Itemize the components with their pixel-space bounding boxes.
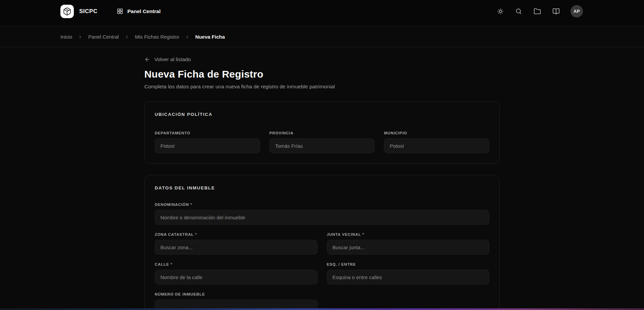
grid-icon xyxy=(117,8,123,14)
label-zona-catastral: ZONA CATASTRAL * xyxy=(155,232,317,236)
navbar-actions: AP xyxy=(496,5,583,17)
field-esq-entre: ESQ. / ENTRE xyxy=(327,262,490,284)
breadcrumb-mis-fichas-registro[interactable]: Mis Fichas Registro xyxy=(135,34,179,40)
nav-panel-central-label: Panel Central xyxy=(127,8,160,14)
back-to-list-link[interactable]: Volver al listado xyxy=(144,56,191,62)
field-provincia: PROVINCIA xyxy=(269,131,375,153)
esq-entre-input[interactable] xyxy=(327,270,490,284)
top-navbar: SICPC Panel Central xyxy=(0,0,644,26)
docs-button[interactable] xyxy=(552,7,560,16)
field-zona-catastral: ZONA CATASTRAL * xyxy=(155,232,317,255)
label-municipio: MUNICIPIO xyxy=(384,131,489,135)
bottom-accent-gradient xyxy=(0,308,644,310)
avatar-initials: AP xyxy=(574,9,580,14)
field-municipio: MUNICIPIO xyxy=(384,131,489,153)
label-provincia: PROVINCIA xyxy=(269,131,375,135)
breadcrumb: Inicio Panel Central Mis Fichas Registro… xyxy=(60,34,225,40)
avatar[interactable]: AP xyxy=(571,5,583,17)
folder-icon xyxy=(534,8,541,15)
breadcrumb-current: Nueva Ficha xyxy=(195,34,225,40)
open-book-icon xyxy=(552,8,560,15)
breadcrumb-bar: Inicio Panel Central Mis Fichas Registro… xyxy=(0,27,644,47)
search-button[interactable] xyxy=(514,7,523,15)
nav-panel-central-link[interactable]: Panel Central xyxy=(117,8,160,14)
zona-catastral-input[interactable] xyxy=(155,240,317,255)
card-datos-inmueble: DATOS DEL INMUEBLE DENOMINACIÓN * ZONA C… xyxy=(144,175,500,310)
search-icon xyxy=(515,8,522,15)
provincia-input[interactable] xyxy=(269,138,375,153)
chevron-right-icon xyxy=(185,35,190,39)
label-junta-vecinal: JUNTA VECINAL * xyxy=(327,232,490,236)
section-title-datos: DATOS DEL INMUEBLE xyxy=(155,185,489,190)
breadcrumb-panel-central[interactable]: Panel Central xyxy=(88,34,119,40)
field-numero-inmueble: NÚMERO DE INMUEBLE xyxy=(155,292,317,310)
brand-name: SICPC xyxy=(79,8,97,15)
field-denominacion: DENOMINACIÓN * xyxy=(155,203,489,225)
label-numero-inmueble: NÚMERO DE INMUEBLE xyxy=(155,292,317,296)
calle-input[interactable] xyxy=(155,270,317,284)
sun-icon xyxy=(497,8,504,15)
field-departamento: DEPARTAMENTO xyxy=(155,131,260,153)
files-button[interactable] xyxy=(533,7,542,16)
breadcrumb-inicio[interactable]: Inicio xyxy=(60,34,72,40)
field-calle: CALLE * xyxy=(155,262,317,284)
page-title: Nueva Ficha de Registro xyxy=(144,69,500,80)
municipio-input[interactable] xyxy=(384,138,489,153)
card-ubicacion-politica: UBICACIÓN POLÍTICA DEPARTAMENTO PROVINCI… xyxy=(144,101,500,164)
theme-toggle-button[interactable] xyxy=(496,7,504,15)
page-subtitle: Completa los datos para crear una nueva … xyxy=(144,84,500,90)
brand-home-button[interactable]: SICPC xyxy=(60,5,97,18)
section-title-ubicacion: UBICACIÓN POLÍTICA xyxy=(155,112,489,117)
denominacion-input[interactable] xyxy=(155,210,489,225)
label-esq-entre: ESQ. / ENTRE xyxy=(327,262,490,266)
brand-logo-icon xyxy=(60,5,74,18)
chevron-right-icon xyxy=(78,35,83,39)
field-junta-vecinal: JUNTA VECINAL * xyxy=(327,232,490,255)
junta-vecinal-input[interactable] xyxy=(327,240,490,255)
arrow-left-icon xyxy=(144,56,150,62)
main-content: Volver al listado Nueva Ficha de Registr… xyxy=(144,47,500,310)
label-calle: CALLE * xyxy=(155,262,317,266)
back-to-list-label: Volver al listado xyxy=(154,56,191,62)
label-departamento: DEPARTAMENTO xyxy=(155,131,260,135)
departamento-input[interactable] xyxy=(155,138,260,153)
chevron-right-icon xyxy=(125,35,129,39)
label-denominacion: DENOMINACIÓN * xyxy=(155,203,489,207)
